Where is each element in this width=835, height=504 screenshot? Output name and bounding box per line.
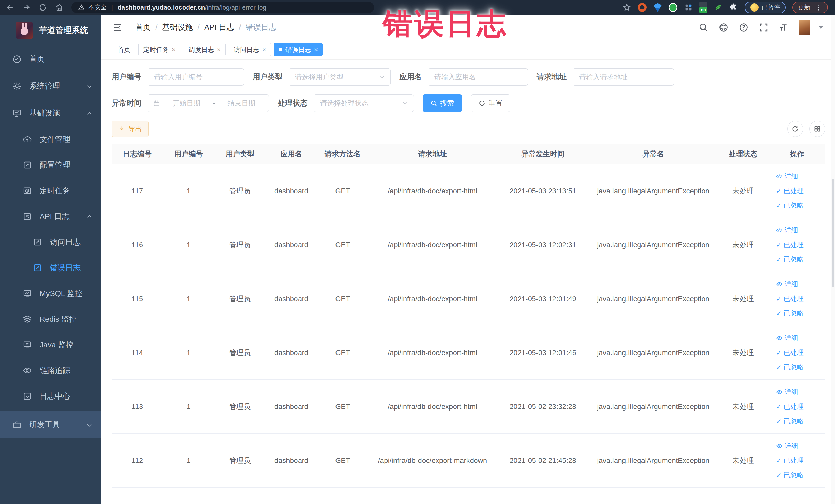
mark-ignored-link[interactable]: ✓已忽略	[776, 363, 804, 372]
bookmark-star-icon[interactable]	[623, 3, 631, 12]
layers-icon	[23, 315, 32, 324]
detail-link[interactable]: 详细	[776, 280, 798, 288]
breadcrumb-home[interactable]: 首页	[135, 22, 151, 33]
sidebar-item-dev-tools[interactable]: 研发工具	[0, 411, 101, 438]
navbar-actions	[698, 20, 824, 35]
check-icon: ✓	[776, 188, 781, 194]
table-toolbar: 导出	[111, 121, 825, 137]
user-id-input[interactable]	[148, 68, 244, 86]
detail-link[interactable]: 详细	[776, 226, 798, 235]
sidebar-item-system[interactable]: 系统管理	[0, 73, 101, 100]
close-icon[interactable]: ×	[314, 46, 318, 53]
back-icon[interactable]	[6, 3, 14, 12]
request-url-input[interactable]	[573, 68, 674, 86]
search-button[interactable]: 搜索	[423, 95, 462, 112]
sidebar-collapse-icon[interactable]	[113, 22, 123, 33]
page-url: dashboard.yudao.iocoder.cn/infra/log/api…	[118, 4, 266, 11]
sidebar-item-java-monitor[interactable]: Java 监控	[0, 332, 101, 358]
column-settings-button[interactable]	[809, 121, 825, 137]
detail-link[interactable]: 详细	[776, 387, 798, 397]
refresh-icon	[479, 100, 485, 106]
extensions-puzzle-icon[interactable]	[729, 3, 738, 12]
reload-icon[interactable]	[39, 3, 47, 12]
col-request-url: 请求地址	[368, 144, 497, 164]
sidebar-item-config-manage[interactable]: 配置管理	[0, 152, 101, 178]
tag-error-log[interactable]: 错误日志×	[274, 43, 323, 56]
close-icon[interactable]: ×	[262, 46, 266, 53]
extension-orange-icon[interactable]	[638, 3, 647, 12]
search-icon[interactable]	[698, 22, 709, 33]
breadcrumb-infra[interactable]: 基础设施	[162, 22, 193, 33]
extension-green-icon[interactable]	[669, 3, 677, 12]
detail-link[interactable]: 详细	[776, 334, 798, 343]
tag-job[interactable]: 定时任务×	[138, 43, 180, 56]
sidebar-item-redis-monitor[interactable]: Redis 监控	[0, 306, 101, 332]
mark-processed-link[interactable]: ✓已处理	[776, 456, 804, 465]
app-logo-block[interactable]: 芋道管理系统	[0, 15, 101, 46]
sidebar-item-access-log[interactable]: 访问日志	[0, 229, 101, 255]
paused-extension-pill[interactable]: 已暂停	[745, 2, 786, 13]
sidebar-item-api-log[interactable]: API 日志	[0, 204, 101, 229]
vertical-scrollbar[interactable]	[831, 15, 835, 504]
github-icon[interactable]	[718, 22, 729, 33]
mark-ignored-link[interactable]: ✓已忽略	[776, 309, 804, 318]
check-icon: ✓	[776, 202, 781, 209]
tag-job-log[interactable]: 调度日志×	[184, 43, 226, 56]
browser-menu-kebab-icon[interactable]: ⋮	[813, 4, 822, 11]
sidebar-item-error-log[interactable]: 错误日志	[0, 255, 101, 281]
export-button[interactable]: 导出	[111, 121, 149, 137]
check-icon: ✓	[776, 256, 781, 263]
font-size-icon[interactable]	[778, 22, 789, 33]
col-user-id: 用户编号	[163, 144, 214, 164]
mark-processed-link[interactable]: ✓已处理	[776, 240, 804, 249]
app-logo	[16, 22, 33, 39]
extension-shield-icon[interactable]	[653, 3, 662, 12]
sidebar-item-home[interactable]: 首页	[0, 46, 101, 73]
extension-leaf-icon[interactable]	[714, 3, 722, 12]
dashboard-icon	[12, 55, 22, 64]
address-bar[interactable]: 不安全 | dashboard.yudao.iocoder.cn/infra/l…	[72, 2, 374, 13]
sidebar-item-mysql-monitor[interactable]: MySQL 监控	[0, 281, 101, 306]
extension-on-badge[interactable]: on	[699, 2, 707, 13]
tag-access-log[interactable]: 访问日志×	[229, 43, 271, 56]
edit-square-icon	[23, 160, 32, 170]
mark-processed-link[interactable]: ✓已处理	[776, 294, 804, 303]
mark-ignored-link[interactable]: ✓已忽略	[776, 255, 804, 264]
close-icon[interactable]: ×	[217, 46, 221, 53]
mark-ignored-link[interactable]: ✓已忽略	[776, 471, 804, 480]
mark-processed-link[interactable]: ✓已处理	[776, 402, 804, 411]
home-icon[interactable]	[55, 3, 64, 12]
sidebar-item-log-center[interactable]: 日志中心	[0, 383, 101, 409]
app-name-input[interactable]	[428, 68, 528, 86]
detail-link[interactable]: 详细	[776, 172, 798, 181]
extension-grid-icon[interactable]	[684, 3, 693, 12]
sidebar-item-infra[interactable]: 基础设施	[0, 100, 101, 126]
mark-ignored-link[interactable]: ✓已忽略	[776, 417, 804, 426]
mark-processed-link[interactable]: ✓已处理	[776, 348, 804, 357]
close-icon[interactable]: ×	[172, 46, 176, 53]
browser-nav-buttons	[6, 3, 64, 12]
sidebar-item-trace[interactable]: 链路追踪	[0, 358, 101, 383]
forward-icon[interactable]	[22, 3, 31, 12]
gear-icon	[12, 82, 22, 91]
process-status-select[interactable]: 请选择处理状态	[314, 95, 414, 112]
fullscreen-icon[interactable]	[758, 22, 769, 33]
user-type-select[interactable]: 请选择用户类型	[288, 68, 391, 86]
sidebar-item-scheduled-jobs[interactable]: 定时任务	[0, 178, 101, 204]
date-range-picker[interactable]: 开始日期 - 结束日期	[148, 95, 269, 112]
browser-update-button[interactable]: 更新 ⋮	[792, 2, 828, 13]
mark-ignored-link[interactable]: ✓已忽略	[776, 201, 804, 210]
mark-processed-link[interactable]: ✓已处理	[776, 186, 804, 195]
user-avatar[interactable]	[798, 20, 810, 35]
chart-monitor-icon	[23, 289, 32, 298]
scrollbar-thumb[interactable]	[832, 179, 834, 287]
refresh-table-button[interactable]	[787, 121, 803, 137]
breadcrumb-api-log[interactable]: API 日志	[204, 22, 235, 33]
tag-home[interactable]: 首页	[113, 43, 135, 56]
reset-button[interactable]: 重置	[471, 95, 510, 112]
help-icon[interactable]	[738, 22, 749, 33]
sidebar-item-file-manage[interactable]: 文件管理	[0, 126, 101, 152]
monitor-icon	[12, 108, 22, 118]
user-menu-caret-icon[interactable]	[818, 26, 824, 29]
detail-link[interactable]: 详细	[776, 441, 798, 450]
